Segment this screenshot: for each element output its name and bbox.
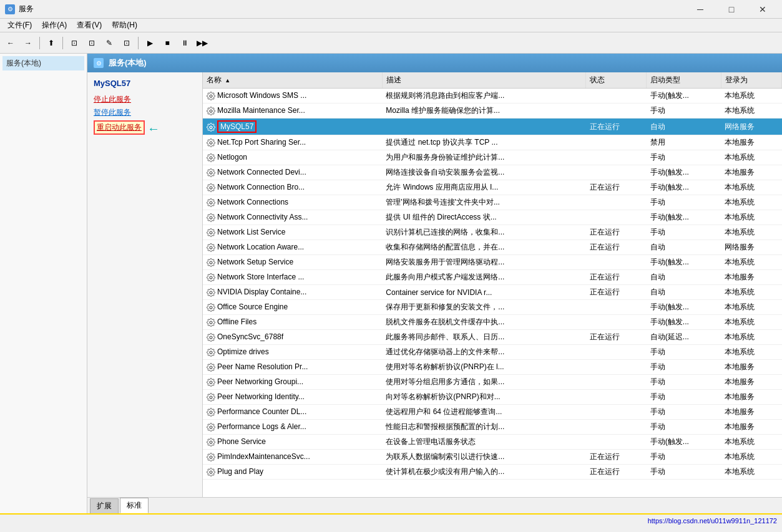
table-row[interactable]: Performance Counter DL...使远程用户和 64 位进程能够… [203,405,782,420]
content-title: 服务(本地) [109,57,147,69]
menu-bar: 文件(F) 操作(A) 查看(V) 帮助(H) [0,19,782,32]
stop-button[interactable]: ■ [159,35,175,51]
service-logon-cell: 本地系统 [721,330,781,345]
table-row[interactable]: Network List Service识别计算机已连接的网络，收集和...正在… [203,225,782,240]
up-button[interactable]: ⬆ [43,35,59,51]
service-startup-cell: 手动 [647,225,721,240]
table-row[interactable]: Peer Name Resolution Pr...使用对等名称解析协议(PNR… [203,360,782,375]
table-row[interactable]: Mozilla Maintenance Ser...Mozilla 维护服务能确… [203,104,782,118]
window-title: 服务 [19,4,34,14]
service-status-cell [586,390,647,405]
service-startup-cell: 自动 [647,285,721,300]
service-desc-cell: 通过优化存储驱动器上的文件来帮... [382,345,586,360]
restart-button[interactable]: ▶▶ [194,35,210,51]
menu-help[interactable]: 帮助(H) [107,19,142,32]
minimize-button[interactable]: ─ [686,0,715,19]
table-row[interactable]: Office Source Engine保存用于更新和修复的安装文件，...手动… [203,300,782,315]
close-button[interactable]: ✕ [748,0,777,19]
service-logon-cell: 本地系统 [721,345,781,360]
service-logon-cell: 网络服务 [721,240,781,255]
restart-service-link[interactable]: 重启动此服务 [94,120,145,135]
col-logon[interactable]: 登录为 [721,72,781,89]
play-button[interactable]: ▶ [142,35,158,51]
service-startup-cell: 手动 [647,375,721,390]
col-startup[interactable]: 启动类型 [647,72,721,89]
table-row[interactable]: Peer Networking Identity...向对等名称解析协议(PNR… [203,390,782,405]
service-logon-cell: 本地服务 [721,375,781,390]
service-startup-cell: 手动 [647,360,721,375]
service-status-cell [586,150,647,165]
export-button[interactable]: ⊡ [84,35,100,51]
service-logon-cell: 本地系统 [721,435,781,450]
service-status-cell [586,405,647,420]
service-logon-cell: 本地系统 [721,195,781,210]
table-row[interactable]: Performance Logs & Aler...性能日志和警报根据预配置的计… [203,420,782,435]
service-logon-cell: 本地服务 [721,405,781,420]
service-startup-cell: 手动(触发... [647,210,721,225]
service-desc-cell: Container service for NVIDIA r... [382,285,586,300]
main-layout: 服务(本地) ⚙ 服务(本地) MySQL57 停止此服务 暂停此服务 重启动此… [0,54,782,513]
table-row[interactable]: Network Setup Service网络安装服务用于管理网络驱动程...手… [203,255,782,270]
table-row[interactable]: Network Location Aware...收集和存储网络的配置信息，并在… [203,240,782,255]
back-button[interactable]: ← [2,35,19,51]
service-logon-cell: 本地系统 [721,150,781,165]
sidebar-item-services[interactable]: 服务(本地) [2,56,84,70]
service-status-cell [586,300,647,315]
table-row[interactable]: Network Store Interface ...此服务向用户模式客户端发送… [203,270,782,285]
table-row[interactable]: Net.Tcp Port Sharing Ser...提供通过 net.tcp … [203,135,782,150]
pause-service-link[interactable]: 暂停此服务 [94,107,196,118]
service-status-cell [586,315,647,330]
service-name-cell: Mozilla Maintenance Ser... [203,104,382,118]
tab-standard[interactable]: 标准 [120,498,149,513]
service-name-cell: Office Source Engine [203,300,382,315]
show-button[interactable]: ⊡ [66,35,82,51]
service-name-cell: Network Connection Bro... [203,180,382,195]
service-status-cell [586,165,647,180]
panes-container: MySQL57 停止此服务 暂停此服务 重启动此服务 ← 名称 ▲ 描述 状态 [87,72,782,497]
table-row[interactable]: Network Connections管理'网络和拨号连接'文件夹中对...手动… [203,195,782,210]
stop-service-link[interactable]: 停止此服务 [94,94,196,105]
service-status-cell [586,135,647,150]
col-desc[interactable]: 描述 [382,72,586,89]
table-row[interactable]: Offline Files脱机文件服务在脱机文件缓存中执...手动(触发...本… [203,315,782,330]
service-status-cell: 正在运行 [586,465,647,480]
services-pane[interactable]: 名称 ▲ 描述 状态 启动类型 登录为 Microsoft Windows SM… [203,72,782,497]
props-button[interactable]: ✎ [101,35,117,51]
table-row[interactable]: NVIDIA Display Containe...Container serv… [203,285,782,300]
table-row[interactable]: Network Connected Devi...网络连接设备自动安装服务会监视… [203,165,782,180]
service-name-cell: OneSyncSvc_6788f [203,330,382,345]
table-row[interactable]: Peer Networking Groupi...使用对等分组启用多方通信，如果… [203,375,782,390]
table-row[interactable]: Plug and Play使计算机在极少或没有用户输入的...正在运行手动本地系… [203,465,782,480]
table-row[interactable]: Network Connection Bro...允许 Windows 应用商店… [203,180,782,195]
table-row[interactable]: PimIndexMaintenanceSvc...为联系人数据编制索引以进行快速… [203,450,782,465]
maximize-button[interactable]: □ [717,0,746,19]
table-row[interactable]: OneSyncSvc_6788f此服务将同步邮件、联系人、日历...正在运行自动… [203,330,782,345]
table-row[interactable]: Phone Service在设备上管理电话服务状态手动(触发...本地系统 [203,435,782,450]
service-desc-cell: 此服务向用户模式客户端发送网络... [382,270,586,285]
table-row[interactable]: MySQL57正在运行自动网络服务 [203,118,782,135]
help-button[interactable]: ⊡ [119,35,135,51]
service-startup-cell: 手动 [647,345,721,360]
window-controls: ─ □ ✕ [686,0,777,19]
menu-view[interactable]: 查看(V) [72,19,107,32]
col-status[interactable]: 状态 [586,72,647,89]
service-logon-cell: 本地系统 [721,465,781,480]
menu-file[interactable]: 文件(F) [2,19,37,32]
status-bar: https://blog.csdn.net/u011w9911n_121172 [0,513,782,527]
table-row[interactable]: Optimize drives通过优化存储驱动器上的文件来帮...手动本地系统 [203,345,782,360]
table-row[interactable]: Network Connectivity Ass...提供 UI 组件的 Dir… [203,210,782,225]
forward-button[interactable]: → [20,35,36,51]
service-startup-cell: 手动 [647,150,721,165]
col-name[interactable]: 名称 ▲ [203,72,382,89]
service-name-cell: Network Connected Devi... [203,165,382,180]
tab-expand[interactable]: 扩展 [90,498,119,513]
table-header-row: 名称 ▲ 描述 状态 启动类型 登录为 [203,72,782,89]
pause-button[interactable]: ⏸ [177,35,193,51]
service-desc-cell: 保存用于更新和修复的安装文件，... [382,300,586,315]
table-row[interactable]: Netlogon为用户和服务身份验证维护此计算...手动本地系统 [203,150,782,165]
service-desc-cell: 提供 UI 组件的 DirectAccess 状... [382,210,586,225]
service-status-cell: 正在运行 [586,285,647,300]
menu-action[interactable]: 操作(A) [37,19,72,32]
app-icon: ⚙ [5,4,15,14]
table-row[interactable]: Microsoft Windows SMS ...根据规则将消息路由到相应客户端… [203,89,782,104]
